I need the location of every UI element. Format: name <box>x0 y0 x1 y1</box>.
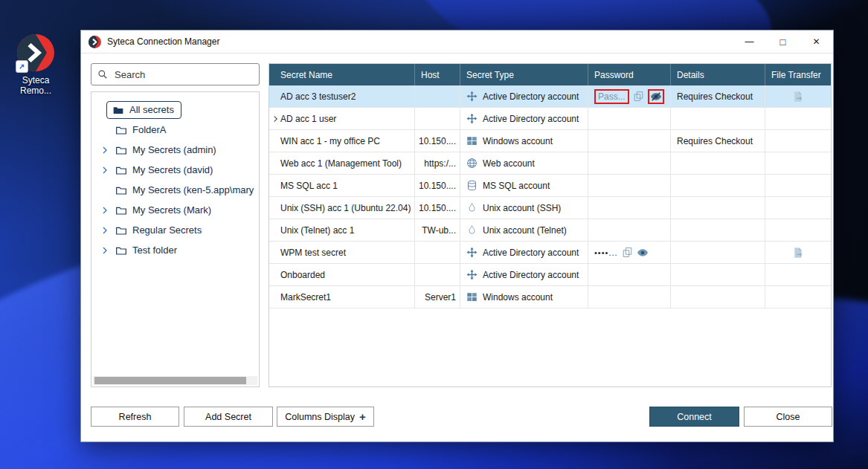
file-transfer-cell <box>765 130 831 152</box>
tree-item[interactable]: My Secrets (admin) <box>91 140 259 160</box>
table-row[interactable]: WPM test secretActive Directory account•… <box>269 242 831 264</box>
password-cell <box>588 108 671 129</box>
tree-item[interactable]: My Secrets (david) <box>91 160 259 180</box>
chevron-right-icon[interactable] <box>271 114 280 123</box>
file-transfer-cell <box>765 242 831 263</box>
tree-item-label: Regular Secrets <box>132 224 202 236</box>
copy-icon[interactable] <box>633 91 644 102</box>
folder-icon <box>115 224 127 236</box>
password-cell <box>588 175 671 196</box>
active-directory-icon <box>466 91 478 102</box>
file-transfer-icon[interactable] <box>792 247 804 259</box>
secret-type-cell: MS SQL account <box>460 175 588 196</box>
copy-icon[interactable] <box>622 247 633 258</box>
connect-button[interactable]: Connect <box>649 407 739 427</box>
secret-type-label: Active Directory account <box>483 270 579 280</box>
secret-name-cell: Unix (Telnet) acc 1 <box>269 219 415 241</box>
host-cell <box>415 85 460 107</box>
tree-item[interactable]: FolderA <box>91 120 259 140</box>
details-cell <box>671 264 765 285</box>
table-row[interactable]: AD acc 3 testuser2Active Directory accou… <box>269 85 831 108</box>
horizontal-scrollbar[interactable] <box>93 376 257 385</box>
column-header-password[interactable]: Password <box>588 64 671 85</box>
password-cell <box>588 286 671 308</box>
close-button[interactable]: ✕ <box>800 30 833 53</box>
active-directory-icon <box>466 247 478 258</box>
column-header-file-transfer[interactable]: File Transfer <box>765 64 831 85</box>
file-transfer-icon[interactable] <box>792 91 804 103</box>
close-dialog-button[interactable]: Close <box>744 407 832 427</box>
details-cell <box>671 152 765 174</box>
host-cell: 10.150.... <box>415 130 460 152</box>
shortcut-label: Syteca Remo... <box>9 75 62 96</box>
chevron-right-icon[interactable] <box>100 146 115 155</box>
maximize-button[interactable]: □ <box>766 30 800 53</box>
tree-item[interactable]: Test folder <box>91 240 259 260</box>
secret-type-cell: Windows account <box>460 130 588 152</box>
table-row[interactable]: Unix (Telnet) acc 1TW-ub...Unix account … <box>269 219 831 242</box>
details-cell <box>671 219 765 241</box>
table-row[interactable]: WIN acc 1 - my office PC10.150....Window… <box>269 130 831 152</box>
shortcut-arrow-icon <box>16 60 28 73</box>
column-header-details[interactable]: Details <box>671 64 765 85</box>
secret-type-label: Web account <box>483 158 535 169</box>
chevron-right-icon[interactable] <box>100 166 115 175</box>
tree-item-label: My Secrets (Mark) <box>132 204 211 216</box>
secret-name-cell: Unix (SSH) acc 1 (Ubuntu 22.04) <box>269 197 415 219</box>
columns-display-button[interactable]: Columns Display + <box>277 407 374 427</box>
tree-item[interactable]: My Secrets (Mark) <box>91 200 259 220</box>
add-secret-button[interactable]: Add Secret <box>184 407 273 427</box>
password-cell <box>588 152 671 174</box>
tree-item[interactable]: All secrets <box>91 100 259 120</box>
tree-item-label: Test folder <box>132 245 177 256</box>
syteca-connection-manager-window: Syteca Connection Manager — □ ✕ All secr… <box>80 30 834 442</box>
search-input[interactable] <box>113 68 253 81</box>
secret-type-label: Windows account <box>483 136 553 146</box>
table-row[interactable]: OnboardedActive Directory account <box>269 264 831 286</box>
secret-name-cell: MarkSecret1 <box>269 286 415 308</box>
unix-icon <box>466 224 478 236</box>
secret-name: WPM test secret <box>280 248 346 258</box>
secret-type-cell: Active Directory account <box>460 85 588 107</box>
chevron-right-icon[interactable] <box>100 206 115 215</box>
host-value: 10.150.... <box>419 181 456 191</box>
tree-item-label: FolderA <box>132 124 167 135</box>
tree-item[interactable]: My Secrets (ken-5.app\mary <box>91 180 259 200</box>
table-row[interactable]: MarkSecret1Server1Windows account <box>269 286 831 308</box>
details-cell <box>671 175 765 196</box>
file-transfer-cell <box>765 264 831 285</box>
password-masked: ••••... <box>594 248 618 257</box>
desktop-shortcut-syteca[interactable]: Syteca Remo... <box>9 34 62 96</box>
password-cell: ••••... <box>588 242 671 263</box>
chevron-right-icon[interactable] <box>100 246 115 255</box>
search-icon <box>97 69 108 80</box>
tree-item-label: My Secrets (david) <box>132 164 213 175</box>
password-cell <box>588 130 671 152</box>
table-row[interactable]: MS SQL acc 110.150....MS SQL account <box>269 175 831 197</box>
scrollbar-thumb[interactable] <box>94 377 246 384</box>
table-row[interactable]: AD acc 1 userActive Directory account <box>269 108 831 130</box>
eye-icon[interactable] <box>637 247 649 259</box>
minimize-button[interactable]: — <box>733 30 766 53</box>
mssql-icon <box>466 180 478 191</box>
host-value: TW-ub... <box>422 225 456 236</box>
table-row[interactable]: Unix (SSH) acc 1 (Ubuntu 22.04)10.150...… <box>269 197 831 219</box>
secret-name: WIN acc 1 - my office PC <box>280 136 380 146</box>
host-value: 10.150.... <box>419 136 456 146</box>
tree-item[interactable]: Regular Secrets <box>91 220 259 240</box>
eye-slash-icon[interactable] <box>650 91 662 103</box>
column-header-host[interactable]: Host <box>415 64 460 85</box>
annotation-box <box>648 89 664 104</box>
refresh-button[interactable]: Refresh <box>91 407 179 427</box>
table-row[interactable]: Web acc 1 (Management Tool)https:/...Web… <box>269 152 831 175</box>
host-cell: 10.150.... <box>415 197 460 219</box>
column-header-secret-type[interactable]: Secret Type <box>460 64 588 85</box>
search-box[interactable] <box>91 63 260 85</box>
title-bar[interactable]: Syteca Connection Manager — □ ✕ <box>81 30 833 54</box>
secret-name: Web acc 1 (Management Tool) <box>280 158 402 169</box>
chevron-right-icon[interactable] <box>100 226 115 235</box>
column-header-secret-name[interactable]: Secret Name <box>269 64 415 85</box>
host-cell: https:/... <box>415 152 460 174</box>
secret-name-cell: Web acc 1 (Management Tool) <box>269 152 415 174</box>
secret-type-cell: Unix account (SSH) <box>460 197 588 219</box>
